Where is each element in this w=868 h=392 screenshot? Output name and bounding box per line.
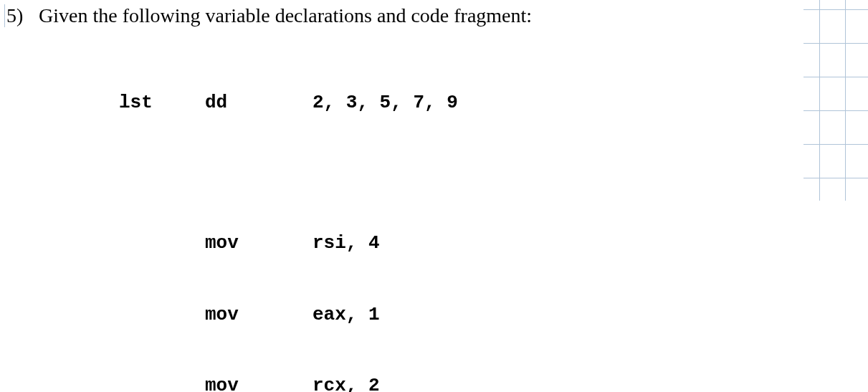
- code-op: mov: [205, 231, 313, 255]
- code-line: movrcx, 2: [119, 374, 839, 392]
- code-fragment: lstdd2, 3, 5, 7, 9 movrsi, 4 moveax, 1 m…: [119, 43, 839, 392]
- code-label: lst: [119, 91, 205, 115]
- code-args: rsi, 4: [313, 231, 380, 255]
- code-args: eax, 1: [313, 303, 380, 327]
- code-args: rcx, 2: [313, 374, 380, 392]
- question-number: 5): [4, 4, 39, 27]
- code-label: [119, 231, 205, 255]
- code-label: [119, 374, 205, 392]
- code-label: [119, 303, 205, 327]
- question-content: 5) Given the following variable declarat…: [0, 0, 868, 392]
- question-header: 5) Given the following variable declarat…: [4, 4, 839, 27]
- code-blank-line: [119, 162, 839, 183]
- code-line: movrsi, 4: [119, 231, 839, 255]
- code-line: lstdd2, 3, 5, 7, 9: [119, 91, 839, 115]
- code-op: dd: [205, 91, 313, 115]
- code-op: mov: [205, 374, 313, 392]
- code-args: 2, 3, 5, 7, 9: [313, 91, 458, 115]
- code-op: mov: [205, 303, 313, 327]
- code-line: moveax, 1: [119, 303, 839, 327]
- question-prompt: Given the following variable declaration…: [39, 4, 839, 27]
